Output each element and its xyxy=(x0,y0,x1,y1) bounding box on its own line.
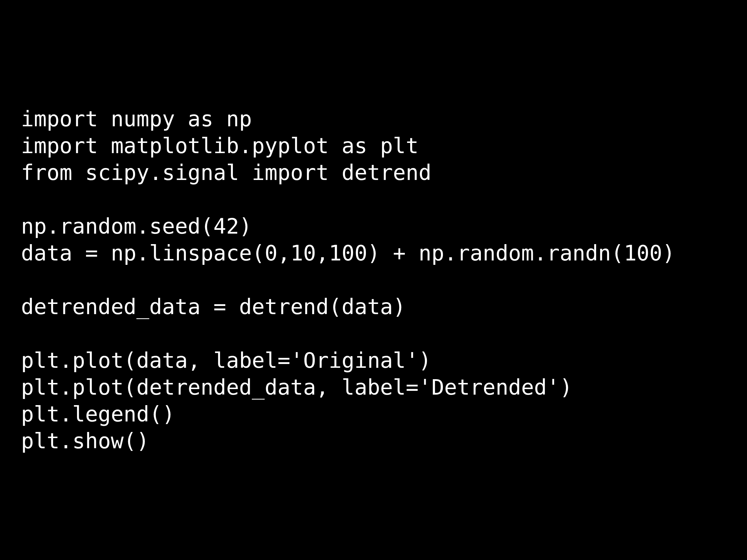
code-snippet: import numpy as np import matplotlib.pyp… xyxy=(0,106,675,454)
